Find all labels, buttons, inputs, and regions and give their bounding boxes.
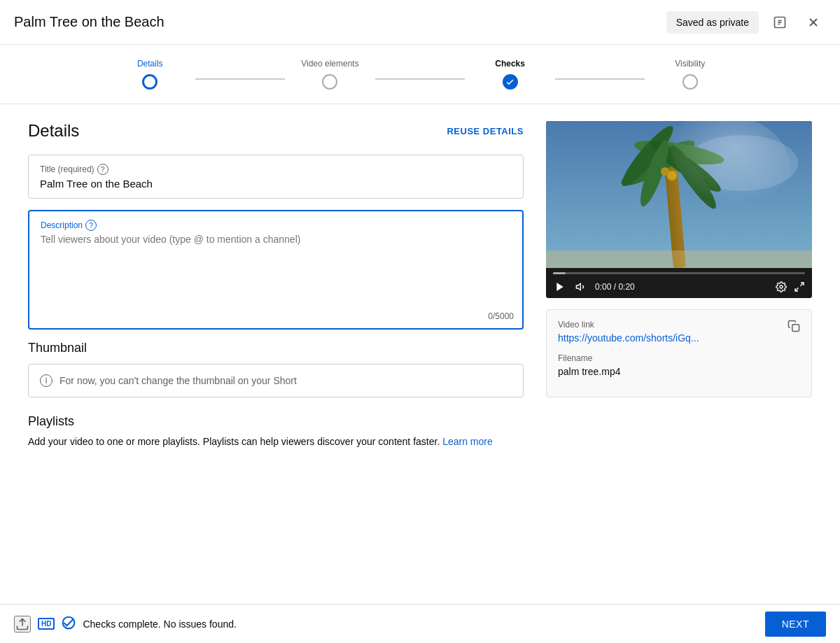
step-video-elements-circle (322, 74, 337, 90)
step-details[interactable]: Details (105, 59, 195, 90)
time-display: 0:00 / 0:20 (595, 282, 769, 292)
step-line-1 (195, 78, 286, 80)
video-info-box: Video link https://youtube.com/shorts/iG… (546, 309, 812, 397)
svg-line-23 (795, 288, 799, 291)
description-textarea[interactable] (41, 234, 511, 318)
playlists-description: Add your video to one or more playlists.… (28, 434, 524, 449)
step-details-label: Details (137, 59, 163, 69)
step-visibility[interactable]: Visibility (645, 59, 735, 90)
upload-button[interactable] (14, 616, 31, 633)
copy-link-button[interactable] (788, 320, 800, 332)
video-link[interactable]: https://youtube.com/shorts/iGq... (558, 332, 699, 344)
page-title: Palm Tree on the Beach (14, 14, 164, 30)
fullscreen-icon (794, 281, 805, 292)
video-thumbnail (546, 121, 812, 268)
title-field-label: Title (required) ? (40, 164, 512, 175)
playlists-title: Playlists (28, 414, 524, 429)
step-visibility-label: Visibility (675, 59, 705, 69)
volume-button[interactable] (574, 280, 588, 294)
thumbnail-title: Thumbnail (28, 341, 524, 355)
flag-icon (773, 15, 787, 29)
left-panel: Details REUSE DETAILS Title (required) ?… (28, 121, 524, 591)
play-icon (554, 281, 566, 292)
palm-tree-illustration (546, 121, 812, 268)
title-help-icon: ? (97, 164, 108, 175)
thumbnail-note: i For now, you can't change the thumbnai… (28, 364, 524, 397)
flag-button[interactable] (767, 10, 792, 35)
step-video-elements-label: Video elements (301, 59, 359, 69)
progress-fill (553, 272, 566, 274)
check-icon (505, 78, 514, 87)
svg-marker-20 (576, 283, 580, 290)
section-title: Details (28, 121, 79, 141)
video-controls: 0:00 / 0:20 (546, 268, 812, 298)
description-box: Description ? 0/5000 (28, 210, 524, 330)
video-link-row: Video link https://youtube.com/shorts/iG… (558, 320, 800, 344)
settings-button[interactable] (776, 281, 787, 292)
step-details-circle (142, 74, 158, 90)
svg-marker-19 (556, 283, 563, 291)
step-line-3 (555, 78, 645, 80)
volume-icon (575, 281, 587, 292)
footer: HD Checks complete. No issues found. NEX… (0, 604, 840, 643)
step-checks-label: Checks (495, 59, 525, 69)
title-input[interactable] (40, 178, 512, 190)
footer-status: Checks complete. No issues found. (83, 619, 236, 630)
filename-row: Filename palm tree.mp4 (558, 353, 800, 377)
svg-point-21 (780, 285, 783, 288)
step-checks[interactable]: Checks (465, 59, 555, 90)
section-header: Details REUSE DETAILS (28, 121, 524, 141)
step-visibility-circle (682, 74, 698, 90)
right-panel: 0:00 / 0:20 (546, 121, 812, 591)
step-checks-circle (503, 74, 518, 90)
filename-value: palm tree.mp4 (558, 366, 800, 377)
main-content: Details REUSE DETAILS Title (required) ?… (0, 104, 840, 607)
svg-rect-24 (792, 325, 799, 332)
copy-icon (788, 320, 800, 332)
upload-icon (15, 617, 29, 631)
check-filled-icon (62, 616, 76, 630)
check-complete-icon (62, 616, 76, 632)
step-video-elements[interactable]: Video elements (285, 59, 375, 90)
fullscreen-button[interactable] (794, 281, 805, 292)
settings-icon (776, 281, 787, 292)
header-actions: Saved as private (666, 10, 826, 35)
play-button[interactable] (553, 280, 567, 294)
description-label: Description ? (41, 220, 511, 231)
header: Palm Tree on the Beach Saved as private (0, 0, 840, 45)
video-link-label: Video link (558, 320, 699, 330)
svg-rect-17 (546, 250, 812, 268)
progress-bar[interactable] (553, 272, 805, 274)
description-help-icon: ? (85, 220, 97, 231)
close-button[interactable] (801, 10, 826, 35)
next-button[interactable]: NEXT (765, 612, 826, 637)
thumbnail-section: Thumbnail i For now, you can't change th… (28, 341, 524, 397)
title-field-box: Title (required) ? (28, 155, 524, 199)
close-icon (806, 15, 820, 29)
hd-badge: HD (38, 618, 55, 630)
filename-label: Filename (558, 353, 800, 363)
stepper: Details Video elements Checks Visibility (0, 45, 840, 104)
learn-more-link[interactable]: Learn more (442, 436, 493, 447)
svg-line-22 (800, 283, 804, 286)
step-line-2 (375, 78, 465, 80)
info-icon: i (40, 374, 52, 387)
saved-as-private-button[interactable]: Saved as private (666, 11, 759, 34)
video-preview: 0:00 / 0:20 (546, 121, 812, 298)
reuse-details-button[interactable]: REUSE DETAILS (447, 126, 524, 136)
playlists-section: Playlists Add your video to one or more … (28, 414, 524, 449)
char-count: 0/5000 (488, 311, 514, 321)
footer-left: HD Checks complete. No issues found. (14, 616, 757, 633)
